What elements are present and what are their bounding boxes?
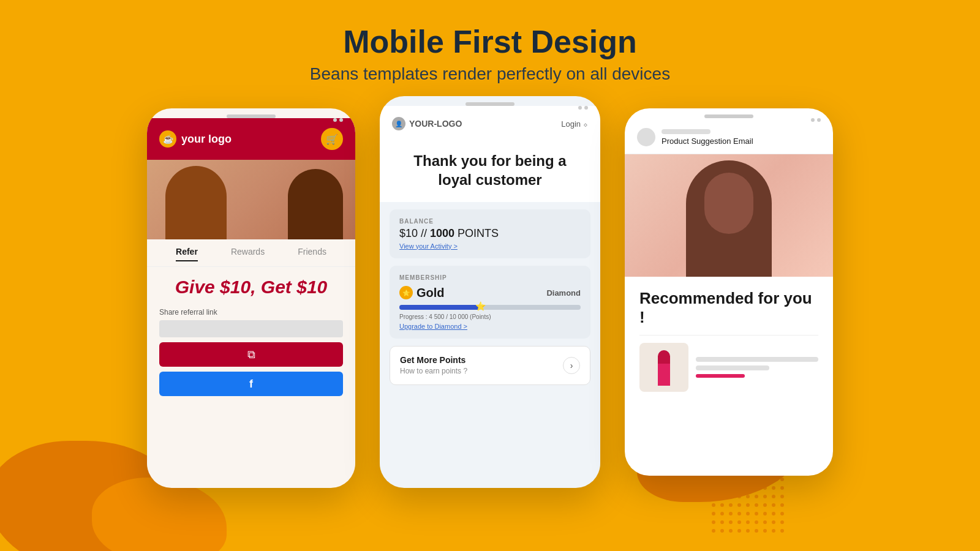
- logo-text: your logo: [181, 133, 232, 146]
- face-highlight: [704, 173, 753, 234]
- login-arrow-icon: ⬦: [583, 119, 588, 129]
- tier-left: ⭐ Gold: [399, 286, 445, 300]
- logo-icon: ☕: [159, 130, 176, 148]
- membership-tier: ⭐ Gold Diamond: [399, 286, 581, 300]
- phone-loyalty: 👤 YOUR-LOGO Login ⬦ Thank you for being …: [380, 96, 600, 488]
- tab-rewards[interactable]: Rewards: [231, 247, 265, 261]
- get-points-subtitle: How to earn points ?: [400, 367, 467, 375]
- email-content: Recommended for you !: [625, 277, 833, 403]
- dot4: [584, 106, 588, 110]
- view-activity-link[interactable]: View your Activity >: [399, 242, 581, 250]
- phone2-logo: 👤 YOUR-LOGO: [392, 117, 462, 130]
- blob-decoration-mid: [92, 478, 227, 551]
- membership-card: MEMBERSHIP ⭐ Gold Diamond ⭐ Progress : 4…: [390, 266, 590, 339]
- copy-button[interactable]: ⧉: [159, 342, 343, 367]
- gold-badge-icon: ⭐: [399, 286, 413, 299]
- copy-icon: ⧉: [247, 348, 255, 361]
- dot1: [333, 118, 337, 122]
- share-label: Share referral link: [159, 308, 343, 317]
- login-button[interactable]: Login ⬦: [561, 119, 588, 129]
- upgrade-link[interactable]: Upgrade to Diamond >: [399, 323, 581, 330]
- get-points-arrow-icon[interactable]: ›: [563, 357, 580, 374]
- balance-amount: $10 //: [399, 227, 430, 239]
- fb-icon: f: [249, 378, 253, 391]
- content-divider: [639, 335, 818, 335]
- progress-text: Progress : 4 500 / 10 000 (Points): [399, 313, 581, 320]
- product-thumbnail: [639, 343, 688, 392]
- progress-bar: ⭐: [399, 305, 581, 310]
- membership-label: MEMBERSHIP: [399, 274, 581, 281]
- get-points-title: Get More Points: [400, 355, 467, 365]
- progress-fill: ⭐: [399, 305, 481, 310]
- phone1-hero-image: [147, 160, 355, 239]
- dot2: [339, 118, 343, 122]
- phone2-hero: Thank you for being a loyal customer: [380, 137, 600, 201]
- balance-label: BALANCE: [399, 218, 581, 225]
- lipstick-top: [658, 350, 670, 364]
- facebook-button[interactable]: f: [159, 372, 343, 396]
- cart-button[interactable]: 🛒: [321, 128, 343, 150]
- page-header: Mobile First Design Beans templates rend…: [0, 0, 980, 84]
- email-subject: Product Suggestion Email: [662, 137, 821, 146]
- phones-container: ☕ your logo 🛒 Refer Rewards Friends Give…: [0, 108, 980, 488]
- login-text: Login: [561, 119, 581, 129]
- progress-star-icon: ⭐: [475, 301, 486, 311]
- tab-friends[interactable]: Friends: [298, 247, 326, 261]
- logo2-text: YOUR-LOGO: [409, 119, 462, 129]
- phone-referral: ☕ your logo 🛒 Refer Rewards Friends Give…: [147, 108, 355, 488]
- get-points-card[interactable]: Get More Points How to earn points ? ›: [390, 346, 590, 385]
- email-subject-line: Product Suggestion Email: [662, 129, 821, 146]
- page-title: Mobile First Design: [0, 24, 980, 59]
- balance-card: BALANCE $10 // 1000 POINTS View your Act…: [390, 209, 590, 258]
- promo-headline: Give $10, Get $10: [159, 277, 343, 297]
- dot6: [817, 118, 821, 122]
- phone2-dots: [578, 106, 588, 110]
- product-name-line: [696, 357, 818, 362]
- dot5: [811, 118, 815, 122]
- tab-refer[interactable]: Refer: [176, 247, 198, 261]
- email-header: Product Suggestion Email: [625, 118, 833, 154]
- phone2-app-header: 👤 YOUR-LOGO Login ⬦: [380, 106, 600, 137]
- recommended-title: Recommended for you !: [639, 289, 818, 327]
- phone1-dots: [333, 118, 343, 122]
- person2-silhouette: [288, 169, 343, 239]
- product-list: [639, 343, 818, 392]
- tier-name: Gold: [417, 286, 445, 300]
- logo2-icon: 👤: [392, 117, 405, 130]
- phone1-logo: ☕ your logo: [159, 130, 232, 148]
- product-desc-line: [696, 365, 769, 370]
- loyalty-title: Thank you for being a loyal customer: [398, 151, 582, 189]
- product-details: [696, 343, 818, 392]
- phone1-app-header: ☕ your logo 🛒: [147, 118, 355, 160]
- tier-next: Diamond: [546, 288, 581, 298]
- avatar: [637, 128, 655, 146]
- points-text: POINTS: [458, 227, 499, 239]
- dot3: [578, 106, 582, 110]
- face-silhouette: [686, 160, 772, 277]
- product-hero-image: [625, 154, 833, 277]
- page-subtitle: Beans templates render perfectly on all …: [0, 64, 980, 84]
- person1-silhouette: [165, 166, 227, 239]
- balance-value: $10 // 1000 POINTS: [399, 227, 581, 240]
- balance-points-value: 1000: [430, 227, 458, 239]
- email-name-bar: [662, 129, 710, 134]
- phone1-share-section: Share referral link ⧉ f: [147, 303, 355, 401]
- phone3-dots: [811, 118, 821, 122]
- share-link-input[interactable]: [159, 320, 343, 337]
- phone1-tabs: Refer Rewards Friends: [147, 239, 355, 267]
- phone1-promo-section: Give $10, Get $10: [147, 267, 355, 303]
- get-points-text: Get More Points How to earn points ?: [400, 355, 467, 376]
- phone-email: Product Suggestion Email Recommended for…: [625, 108, 833, 476]
- product-price-line: [696, 374, 745, 378]
